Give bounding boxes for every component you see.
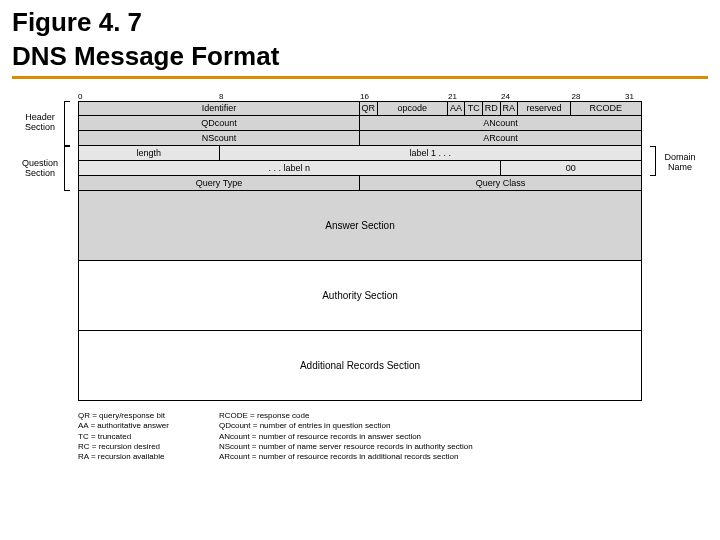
legend-ra: RA = recursion available xyxy=(78,452,169,462)
field-aa: AA xyxy=(448,102,466,115)
tick-24: 24 xyxy=(501,92,510,101)
legend-rc: RC = recursion desired xyxy=(78,442,169,452)
field-rcode: RCODE xyxy=(571,102,641,115)
legend: QR = query/response bit AA = authoritati… xyxy=(78,411,708,463)
field-label1: label 1 . . . xyxy=(220,146,642,160)
bracket-domain xyxy=(650,146,656,176)
question-row-labeln: . . . label n 00 xyxy=(78,161,642,176)
field-ancount: ANcount xyxy=(360,116,641,130)
bracket-header xyxy=(64,101,70,146)
tick-31: 31 xyxy=(625,92,634,101)
header-word1: QDcount ANcount xyxy=(78,116,642,131)
header-word0: Identifier QR opcode AA TC RD RA reserve… xyxy=(78,101,642,116)
label-header-section: HeaderSection xyxy=(16,113,64,133)
bit-ticks: 0 8 16 21 24 28 31 xyxy=(78,87,642,101)
field-tc: TC xyxy=(465,102,483,115)
tick-28: 28 xyxy=(572,92,581,101)
field-length: length xyxy=(79,146,220,160)
legend-nscount: NScount = number of name server resource… xyxy=(219,442,473,452)
field-rd: RD xyxy=(483,102,501,115)
field-zero: 00 xyxy=(501,161,642,175)
field-identifier: Identifier xyxy=(79,102,360,115)
field-query-class: Query Class xyxy=(360,176,641,190)
legend-tc: TC = truncated xyxy=(78,432,169,442)
tick-0: 0 xyxy=(78,92,82,101)
field-qr: QR xyxy=(360,102,378,115)
field-nscount: NScount xyxy=(79,131,360,145)
legend-qr: QR = query/response bit xyxy=(78,411,169,421)
tick-16: 16 xyxy=(360,92,369,101)
figure-title-line1: Figure 4. 7 xyxy=(12,8,708,38)
title-underline xyxy=(12,76,708,79)
tick-21: 21 xyxy=(448,92,457,101)
answer-section-block: Answer Section xyxy=(78,191,642,261)
field-qdcount: QDcount xyxy=(79,116,360,130)
question-row-label1: length label 1 . . . xyxy=(78,146,642,161)
legend-col-1: QR = query/response bit AA = authoritati… xyxy=(78,411,169,463)
bracket-question xyxy=(64,146,70,191)
question-row-type-class: Query Type Query Class xyxy=(78,176,642,191)
authority-section-block: Authority Section xyxy=(78,261,642,331)
legend-aa: AA = authoritative answer xyxy=(78,421,169,431)
legend-rcode: RCODE = response code xyxy=(219,411,473,421)
label-question-section: QuestionSection xyxy=(16,159,64,179)
header-word2: NScount ARcount xyxy=(78,131,642,146)
dns-format-diagram: HeaderSection QuestionSection DomainName… xyxy=(78,87,642,401)
legend-qdcount: QDcount = number of entries in question … xyxy=(219,421,473,431)
tick-8: 8 xyxy=(219,92,223,101)
field-reserved: reserved xyxy=(518,102,571,115)
field-labeln: . . . label n xyxy=(79,161,501,175)
field-opcode: opcode xyxy=(378,102,448,115)
legend-ancount: ANcount = number of resource records in … xyxy=(219,432,473,442)
field-query-type: Query Type xyxy=(79,176,360,190)
figure-title-line2: DNS Message Format xyxy=(12,42,708,72)
field-arcount: ARcount xyxy=(360,131,641,145)
additional-section-block: Additional Records Section xyxy=(78,331,642,401)
field-ra: RA xyxy=(501,102,519,115)
legend-col-2: RCODE = response code QDcount = number o… xyxy=(219,411,473,463)
legend-arcount: ARcount = number of resource records in … xyxy=(219,452,473,462)
label-domain-name: DomainName xyxy=(656,153,704,173)
